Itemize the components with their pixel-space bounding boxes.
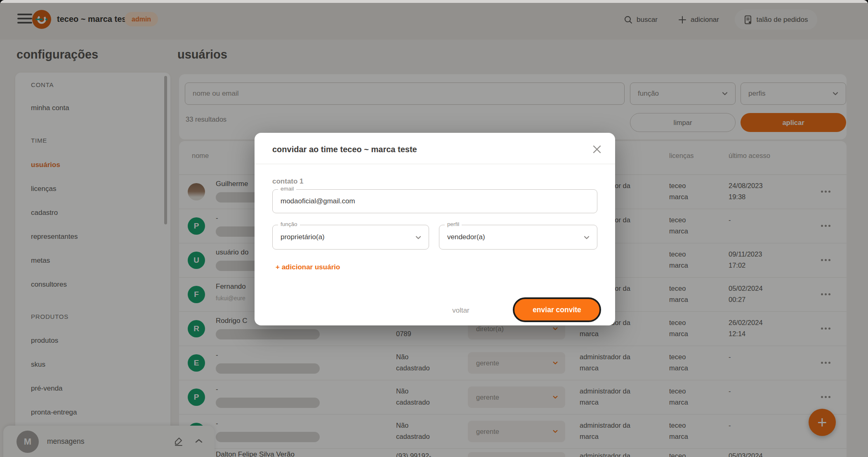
email-field-value: modaoficial@gmail.com <box>281 190 579 213</box>
email-field[interactable]: email modaoficial@gmail.com <box>272 189 597 213</box>
close-icon[interactable] <box>591 144 603 155</box>
send-invite-button[interactable]: enviar convite <box>513 297 601 322</box>
perfil-field-value: vendedor(a) <box>447 225 579 249</box>
app-window: teceo ~ marca teste admin buscar adicion… <box>0 0 868 457</box>
divider <box>255 164 615 164</box>
chevron-down-icon <box>415 234 422 241</box>
window-top-edge <box>0 0 868 3</box>
funcao-field-value: proprietário(a) <box>281 225 410 249</box>
contact-label: contato 1 <box>272 177 304 186</box>
back-button[interactable]: voltar <box>440 306 481 315</box>
chevron-down-icon <box>583 234 590 241</box>
invite-modal: convidar ao time teceo ~ marca teste con… <box>255 133 615 325</box>
invite-modal-title: convidar ao time teceo ~ marca teste <box>272 145 417 154</box>
perfil-select-modal[interactable]: perfil vendedor(a) <box>439 225 597 250</box>
add-user-link[interactable]: + adicionar usuário <box>276 263 340 271</box>
funcao-select-modal[interactable]: função proprietário(a) <box>272 225 429 250</box>
